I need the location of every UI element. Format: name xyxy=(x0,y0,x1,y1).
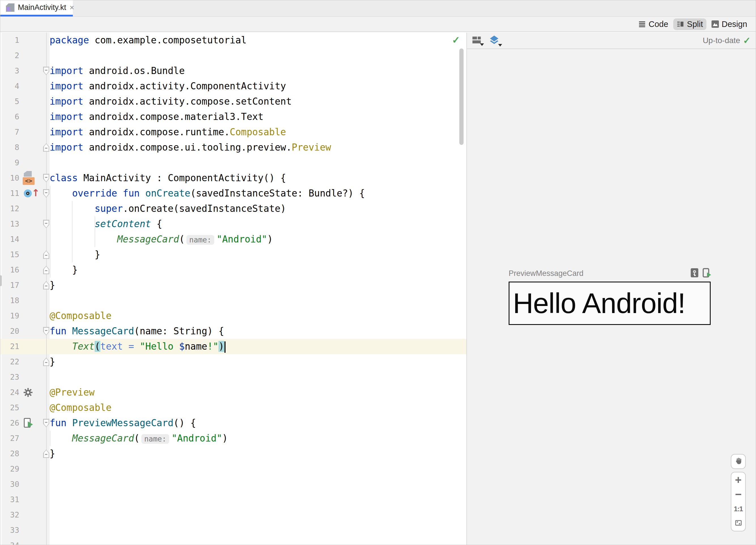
code-token: import xyxy=(50,126,83,137)
split-view-button[interactable]: Split xyxy=(673,18,706,30)
fold-column xyxy=(43,492,50,507)
code-token: import xyxy=(50,96,83,107)
code-line-1[interactable]: 1package com.example.composetutorial xyxy=(0,33,466,48)
tab-mainactivity[interactable]: MainActivity.kt × xyxy=(0,0,73,16)
code-line-11[interactable]: 11↑ override fun onCreate(savedInstanceS… xyxy=(0,186,466,201)
code-line-29[interactable]: 29 xyxy=(0,461,466,477)
zoom-in-button[interactable]: + xyxy=(731,472,745,487)
code-token: text xyxy=(100,341,123,352)
run-preview-icon[interactable] xyxy=(702,268,712,279)
code-line-26[interactable]: 26fun PreviewMessageCard() { xyxy=(0,415,466,431)
preview-card-label[interactable]: PreviewMessageCard xyxy=(509,269,583,278)
fold-region-start-icon[interactable] xyxy=(43,67,49,75)
kotlin-class-mapping-icon[interactable]: <> xyxy=(23,171,35,185)
code-line-33[interactable]: 33 xyxy=(0,523,466,538)
fold-region-end-icon[interactable] xyxy=(43,266,49,274)
code-line-28[interactable]: 28} xyxy=(0,446,466,461)
code-text: import androidx.compose.material3.Text xyxy=(50,109,264,124)
fold-region-end-icon[interactable] xyxy=(43,449,49,458)
code-line-25[interactable]: 25@Composable xyxy=(0,400,466,415)
code-line-18[interactable]: 18 xyxy=(0,293,466,308)
interactive-preview-icon[interactable] xyxy=(691,268,698,279)
code-line-31[interactable]: 31 xyxy=(0,492,466,507)
zoom-actual-size-button[interactable]: 1:1 xyxy=(731,502,745,516)
preview-canvas[interactable]: PreviewMessageCard Hello Android! xyxy=(467,49,756,545)
code-line-2[interactable]: 2 xyxy=(0,48,466,63)
code-line-24[interactable]: 24@Preview xyxy=(0,385,466,400)
zoom-to-fit-button[interactable] xyxy=(731,516,745,531)
code-token: androidx.compose.ui.tooling.preview. xyxy=(83,142,292,153)
close-icon[interactable]: × xyxy=(70,4,74,12)
gutter-icon-area xyxy=(19,308,43,324)
inspections-ok-icon[interactable]: ✓ xyxy=(452,34,460,46)
code-line-19[interactable]: 19@Composable xyxy=(0,308,466,324)
preview-render-surface[interactable]: Hello Android! xyxy=(509,282,711,325)
fold-region-start-icon[interactable] xyxy=(43,327,49,336)
fold-column xyxy=(43,109,50,124)
code-line-15[interactable]: 15 } xyxy=(0,247,466,262)
code-line-20[interactable]: 20fun MessageCard(name: String) { xyxy=(0,324,466,339)
fold-column xyxy=(43,385,50,400)
ui-check-mode-icon[interactable] xyxy=(472,36,481,45)
fold-region-end-icon[interactable] xyxy=(43,143,49,152)
line-number: 7 xyxy=(0,124,19,140)
code-line-7[interactable]: 7import androidx.compose.runtime.Composa… xyxy=(0,124,466,140)
code-line-6[interactable]: 6import androidx.compose.material3.Text xyxy=(0,109,466,124)
code-line-34[interactable]: 34 xyxy=(0,538,466,545)
design-view-button[interactable]: Design xyxy=(708,18,751,30)
code-line-22[interactable]: 22} xyxy=(0,354,466,370)
code-view-label: Code xyxy=(649,20,668,29)
fold-region-start-icon[interactable] xyxy=(43,174,49,182)
code-line-17[interactable]: 17} xyxy=(0,278,466,293)
editor-lines: 1package com.example.composetutorial23im… xyxy=(0,33,466,545)
fold-region-start-icon[interactable] xyxy=(43,419,49,427)
run-preview-device-icon[interactable] xyxy=(24,418,35,429)
code-line-21[interactable]: 21 Text(text = "Hello $name!") xyxy=(0,339,466,354)
line-number: 23 xyxy=(0,370,19,385)
gutter-icon-area xyxy=(19,523,43,538)
code-line-23[interactable]: 23 xyxy=(0,370,466,385)
fold-region-start-icon[interactable] xyxy=(43,189,49,198)
fold-region-end-icon[interactable] xyxy=(43,281,49,290)
code-line-16[interactable]: 16 } xyxy=(0,262,466,278)
code-line-14[interactable]: 14 MessageCard(name:"Android") xyxy=(0,232,466,247)
fold-region-start-icon[interactable] xyxy=(43,220,49,228)
gutter-icon-area xyxy=(19,354,43,370)
hand-icon xyxy=(734,457,743,467)
code-line-9[interactable]: 9 xyxy=(0,155,466,170)
fold-column xyxy=(43,477,50,492)
line-number: 14 xyxy=(0,232,19,247)
code-text: import androidx.activity.compose.setCont… xyxy=(50,94,292,109)
code-token xyxy=(50,234,117,245)
vertical-scrollbar[interactable] xyxy=(459,48,464,145)
code-token: class xyxy=(50,172,78,183)
fold-region-end-icon[interactable] xyxy=(43,250,49,259)
code-text: } xyxy=(50,247,100,262)
pan-button[interactable] xyxy=(731,454,746,469)
code-line-12[interactable]: 12 super.onCreate(savedInstanceState) xyxy=(0,201,466,216)
code-line-13[interactable]: 13 setContent { xyxy=(0,216,466,232)
code-line-4[interactable]: 4import androidx.activity.ComponentActiv… xyxy=(0,78,466,94)
code-line-5[interactable]: 5import androidx.activity.compose.setCon… xyxy=(0,94,466,109)
code-line-30[interactable]: 30 xyxy=(0,477,466,492)
code-text: } xyxy=(50,278,55,293)
overriding-method-icon[interactable]: ↑ xyxy=(24,189,39,198)
code-line-8[interactable]: 8import androidx.compose.ui.tooling.prev… xyxy=(0,140,466,155)
code-token: @Preview xyxy=(50,387,95,398)
code-line-27[interactable]: 27 MessageCard(name:"Android") xyxy=(0,431,466,446)
code-editor[interactable]: 1package com.example.composetutorial23im… xyxy=(0,33,466,545)
code-token: Composable xyxy=(230,126,286,137)
code-text: import android.os.Bundle xyxy=(50,63,185,78)
gutter-icon-area xyxy=(19,201,43,216)
layers-icon[interactable] xyxy=(489,35,499,46)
code-line-10[interactable]: 10<>class MainActivity : ComponentActivi… xyxy=(0,170,466,186)
code-token: { xyxy=(151,218,162,229)
code-view-button[interactable]: Code xyxy=(635,18,672,30)
code-text: class MainActivity : ComponentActivity()… xyxy=(50,170,286,186)
fold-region-end-icon[interactable] xyxy=(43,358,49,366)
gear-icon[interactable] xyxy=(23,388,33,397)
code-token: Preview xyxy=(292,142,331,153)
code-line-3[interactable]: 3import android.os.Bundle xyxy=(0,63,466,78)
code-line-32[interactable]: 32 xyxy=(0,507,466,523)
zoom-out-button[interactable]: − xyxy=(731,487,745,502)
